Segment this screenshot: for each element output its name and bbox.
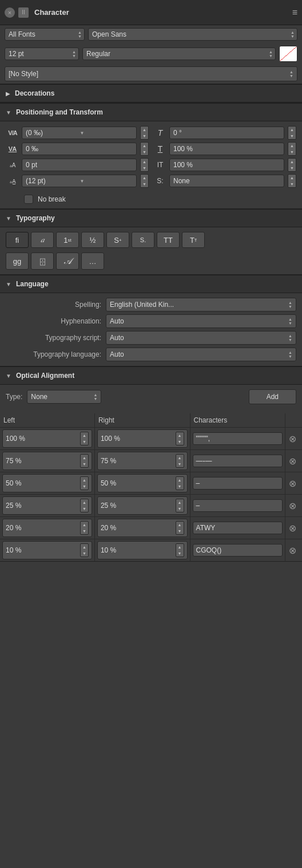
right-up-icon[interactable]: ▲ [176,499,184,506]
typography-script-select[interactable]: Auto ▲ ▼ [106,331,296,345]
right-input-0[interactable]: 100 % ▲ ▼ [97,429,188,448]
hyphenation-select[interactable]: Auto ▲ ▼ [106,314,296,328]
remove-button-3[interactable]: ⊗ [288,499,297,512]
ordinal-button[interactable]: 1st [56,232,79,248]
baseline-down-icon[interactable]: ▼ [141,165,148,171]
superscript-button[interactable]: S+ [106,232,129,248]
more-button[interactable]: … [81,252,104,270]
left-input-3[interactable]: 25 % ▲ ▼ [2,496,92,515]
skew-stepper[interactable]: ▲ ▼ [288,174,296,188]
fractions-button[interactable]: ½ [81,232,104,248]
left-down-icon[interactable]: ▼ [81,483,88,490]
chars-input-5[interactable]: CGOQ() [193,544,283,557]
right-down-icon[interactable]: ▼ [176,528,184,534]
kerning-stepper[interactable]: ▲ ▼ [140,126,149,140]
skew-down-icon[interactable]: ▼ [288,181,296,187]
right-input-3[interactable]: 25 % ▲ ▼ [97,496,188,515]
baseline-stepper[interactable]: ▲ ▼ [140,158,149,172]
left-up-icon[interactable]: ▲ [81,499,88,506]
subscript-button[interactable]: S. [132,232,154,248]
vertical-scale-down-icon[interactable]: ▼ [288,149,296,155]
tracking-stepper[interactable]: ▲ ▼ [140,142,149,156]
decorations-header[interactable]: ▶ Decorations [0,84,302,102]
positioning-header[interactable]: ▼ Positioning and Transform [0,103,302,121]
left-up-icon[interactable]: ▲ [81,477,88,483]
allcaps-button[interactable]: TT [157,232,180,248]
optical-alignment-header[interactable]: ▼ Optical Alignment [0,366,302,385]
spacing-stepper[interactable]: ▲ ▼ [140,174,149,188]
spacing-up-icon[interactable]: ▲ [141,175,148,181]
add-button[interactable]: Add [249,389,296,404]
right-up-icon[interactable]: ▲ [176,432,184,439]
color-swatch[interactable] [279,46,297,62]
left-stepper-0[interactable]: ▲ ▼ [80,432,89,445]
right-input-2[interactable]: 50 % ▲ ▼ [97,474,188,492]
right-down-icon[interactable]: ▼ [176,483,184,490]
left-down-icon[interactable]: ▼ [81,461,88,467]
horizontal-scale-input[interactable]: 100 % [169,159,284,171]
close-button[interactable]: × [5,7,15,18]
chars-input-2[interactable]: – [193,477,283,490]
vertical-scale-input[interactable]: 100 % [169,143,284,155]
left-input-0[interactable]: 100 % ▲ ▼ [2,429,92,448]
right-stepper-1[interactable]: ▲ ▼ [176,454,184,468]
discretionary-ligatures-button[interactable]: gg [6,252,29,270]
tracking-up-icon[interactable]: ▲ [141,143,148,149]
spacing-input[interactable]: (12 pt) ▼ [22,175,137,187]
contextual-button[interactable]: ⌹ [31,252,54,270]
typography-header[interactable]: ▼ Typography [0,209,302,227]
right-down-icon[interactable]: ▼ [176,439,184,445]
right-stepper-3[interactable]: ▲ ▼ [176,499,184,512]
chars-input-3[interactable]: – [193,499,283,512]
baseline-up-icon[interactable]: ▲ [141,159,148,165]
no-break-checkbox[interactable] [24,195,33,204]
rotation-input[interactable]: 0 ° [169,127,284,139]
right-down-icon[interactable]: ▼ [176,506,184,512]
left-stepper-3[interactable]: ▲ ▼ [80,499,89,512]
font-filter-select[interactable]: All Fonts ▲ ▼ [5,28,85,41]
left-up-icon[interactable]: ▲ [81,432,88,439]
menu-icon[interactable]: ≡ [292,7,297,18]
right-down-icon[interactable]: ▼ [176,550,184,557]
left-input-1[interactable]: 75 % ▲ ▼ [2,452,92,470]
left-input-4[interactable]: 20 % ▲ ▼ [2,519,92,537]
left-stepper-4[interactable]: ▲ ▼ [80,521,89,535]
right-down-icon[interactable]: ▼ [176,461,184,467]
right-stepper-5[interactable]: ▲ ▼ [176,543,184,557]
right-stepper-2[interactable]: ▲ ▼ [176,476,184,490]
left-down-icon[interactable]: ▼ [81,550,88,557]
left-stepper-2[interactable]: ▲ ▼ [80,476,89,490]
swash-button[interactable]: 𝒜 [56,252,79,270]
left-up-icon[interactable]: ▲ [81,455,88,461]
remove-button-1[interactable]: ⊗ [288,455,297,468]
left-input-5[interactable]: 10 % ▲ ▼ [2,541,92,559]
ligatures-button[interactable]: fi [6,232,29,248]
baseline-input[interactable]: 0 pt [22,159,137,171]
rotation-up-icon[interactable]: ▲ [288,127,296,133]
left-stepper-5[interactable]: ▲ ▼ [80,543,89,557]
right-stepper-4[interactable]: ▲ ▼ [176,521,184,535]
right-input-5[interactable]: 10 % ▲ ▼ [97,541,188,559]
paragraph-style-select[interactable]: [No Style] ▲ ▼ [5,66,297,81]
left-down-icon[interactable]: ▼ [81,439,88,445]
left-up-icon[interactable]: ▲ [81,522,88,528]
remove-button-5[interactable]: ⊗ [288,544,297,557]
tracking-down-icon[interactable]: ▼ [141,149,148,155]
pause-button[interactable]: II [18,7,29,18]
smallcaps-button[interactable]: Tт [182,232,205,248]
chars-input-1[interactable]: —-— [193,455,283,467]
kerning-input[interactable]: (0 ‰) ▼ [22,127,137,139]
font-size-select[interactable]: 12 pt ▲ ▼ [5,48,79,60]
horizontal-scale-up-icon[interactable]: ▲ [288,159,296,165]
tracking-input[interactable]: 0 ‰ [22,143,137,155]
remove-button-0[interactable]: ⊗ [288,432,297,445]
skew-up-icon[interactable]: ▲ [288,175,296,181]
italic-button[interactable]: 𝑎 [31,232,54,248]
typography-language-select[interactable]: Auto ▲ ▼ [106,348,296,361]
vertical-scale-stepper[interactable]: ▲ ▼ [288,142,296,156]
language-header[interactable]: ▼ Language [0,275,302,293]
rotation-down-icon[interactable]: ▼ [288,133,296,139]
skew-input[interactable]: None [169,175,284,187]
spacing-down-icon[interactable]: ▼ [141,181,148,187]
left-input-2[interactable]: 50 % ▲ ▼ [2,474,92,492]
